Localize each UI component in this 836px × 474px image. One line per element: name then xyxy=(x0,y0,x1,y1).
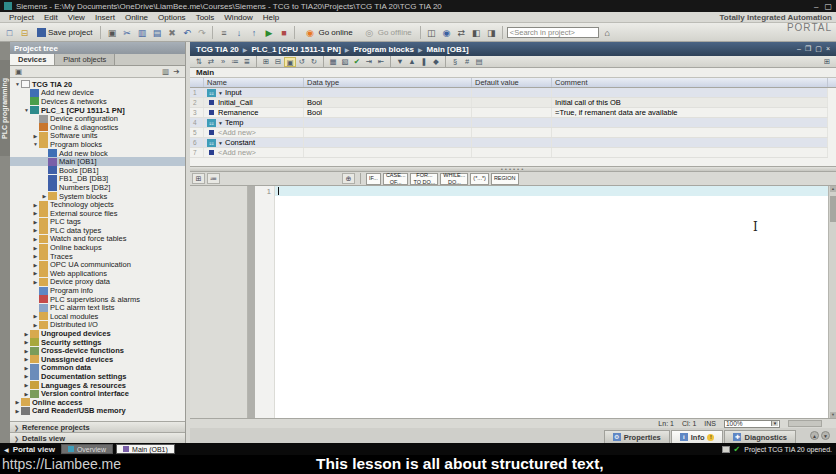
menu-tools[interactable]: Tools xyxy=(191,13,220,22)
expand-inspector-icon[interactable]: ▲ xyxy=(810,431,819,440)
cell-data-type[interactable]: Bool xyxy=(304,108,472,117)
collapse-interface-icon[interactable]: ⊕ xyxy=(342,173,355,184)
expander-open-icon[interactable]: ▼ xyxy=(218,140,225,146)
keep-actual-values-icon[interactable]: » xyxy=(217,57,229,67)
tree-item-program-info[interactable]: Program info xyxy=(10,286,185,295)
copy-snapshot-icon[interactable]: ≣ xyxy=(241,57,253,67)
menu-insert[interactable]: Insert xyxy=(90,13,120,22)
scl-code-area[interactable]: 1 I ▲ ▼ xyxy=(190,186,836,418)
cell-name[interactable]: Initial_Call xyxy=(204,98,304,107)
vertical-scrollbar[interactable]: ▲ ▼ xyxy=(828,186,836,418)
scroll-up-icon[interactable]: ▲ xyxy=(830,186,836,192)
expander-closed-icon[interactable]: ▶ xyxy=(23,382,30,388)
expander-open-icon[interactable]: ▼ xyxy=(14,81,21,87)
search-input[interactable]: <Search in project> xyxy=(507,27,599,38)
tab-properties[interactable]: ⚙Properties xyxy=(604,430,670,443)
cell-default-value[interactable] xyxy=(472,148,552,157)
float-icon[interactable]: ❐ xyxy=(805,45,811,53)
expander-closed-icon[interactable]: ▶ xyxy=(32,202,39,208)
minimize-icon[interactable]: – xyxy=(814,2,818,11)
go-to-next-icon[interactable]: ⇤ xyxy=(375,57,387,67)
expander-open-icon[interactable]: ▼ xyxy=(218,120,225,126)
cell-data-type[interactable]: Bool xyxy=(304,98,472,107)
undo-edit-icon[interactable]: ↻ xyxy=(308,57,320,67)
cell-comment[interactable] xyxy=(552,148,828,157)
column-name[interactable]: Name xyxy=(204,78,304,87)
tree-item-software-units[interactable]: ▶Software units xyxy=(10,132,185,141)
cell-data-type[interactable] xyxy=(304,88,472,97)
tree-item-main-ob1-[interactable]: Main [OB1] xyxy=(10,157,185,166)
interface-row-initial-call[interactable]: 2Initial_CallBoolInitial call of this OB xyxy=(190,98,828,108)
print-icon[interactable]: ▣ xyxy=(105,26,118,39)
code-body[interactable]: I xyxy=(275,186,836,418)
portal-view-button[interactable]: ◀ Portal view xyxy=(4,445,55,454)
copy-icon[interactable]: ▥ xyxy=(135,26,148,39)
tree-item-plc-alarm-text-lists[interactable]: PLC alarm text lists xyxy=(10,303,185,312)
paste-icon[interactable]: ▤ xyxy=(150,26,163,39)
cell-default-value[interactable] xyxy=(472,118,552,127)
expander-open-icon[interactable]: ▼ xyxy=(218,90,225,96)
cell-default-value[interactable] xyxy=(472,138,552,147)
zoom-select[interactable]: 100% ▼ xyxy=(724,420,780,428)
horizontal-scrollbar[interactable] xyxy=(788,420,822,427)
menu-options[interactable]: Options xyxy=(153,13,191,22)
tree-item-online-access[interactable]: ▶Online access xyxy=(10,398,185,407)
details-view-panel[interactable]: ❯ Details view xyxy=(10,432,185,443)
cell-data-type[interactable] xyxy=(304,138,472,147)
scroll-down-icon[interactable]: ▼ xyxy=(830,412,836,418)
split-editor-horizontal-icon[interactable]: ◨ xyxy=(485,26,498,39)
menu-edit[interactable]: Edit xyxy=(39,13,63,22)
maximize-icon[interactable]: ▢ xyxy=(824,2,832,11)
favorites-icon[interactable]: ↺ xyxy=(296,57,308,67)
tab-info[interactable]: iInfo! xyxy=(671,430,724,443)
collapse-inspector-icon[interactable]: ▼ xyxy=(821,431,830,440)
expander-closed-icon[interactable]: ▶ xyxy=(23,373,30,379)
absolute-operands-icon[interactable]: ▣ xyxy=(284,57,296,67)
cross-reference-icon[interactable]: ⇄ xyxy=(455,26,468,39)
taskbar-tab-overview[interactable]: Overview xyxy=(61,444,113,454)
breadcrumb-item[interactable]: Main [OB1] xyxy=(427,45,469,54)
absolute-symbolic-toggle-icon[interactable]: ⊞ xyxy=(192,173,205,184)
breadcrumb-item[interactable]: TCG TIA 20 xyxy=(196,45,239,54)
collapse-all-icon[interactable]: ⊟ xyxy=(272,57,284,67)
tree-item-opc-ua-communication[interactable]: ▶OPC UA communication xyxy=(10,260,185,269)
tree-item-plc-tags[interactable]: ▶PLC tags xyxy=(10,218,185,227)
expander-closed-icon[interactable]: ▶ xyxy=(32,262,39,268)
tree-item-ungrouped-devices[interactable]: ▶Ungrouped devices xyxy=(10,329,185,338)
cell-comment[interactable] xyxy=(552,88,828,97)
expander-closed-icon[interactable]: ▶ xyxy=(23,356,30,362)
snippet--button[interactable]: (*...*) xyxy=(470,173,489,185)
expander-closed-icon[interactable]: ▶ xyxy=(32,219,39,225)
tree-item-watch-and-force-tables[interactable]: ▶Watch and force tables xyxy=(10,235,185,244)
menu-online[interactable]: Online xyxy=(120,13,153,22)
scrollbar-thumb[interactable] xyxy=(830,196,836,222)
breadcrumb-item[interactable]: Program blocks xyxy=(353,45,413,54)
tree-item-devices-networks[interactable]: Devices & networks xyxy=(10,97,185,106)
tree-item-plc-1-cpu-1511-1-pn-[interactable]: ▼PLC_1 [CPU 1511-1 PN] xyxy=(10,106,185,115)
cell-name[interactable]: <Add new> xyxy=(204,128,304,137)
download-to-device-icon[interactable]: ↓ xyxy=(232,26,245,39)
tree-item-web-applications[interactable]: ▶Web applications xyxy=(10,269,185,278)
upload-from-device-icon[interactable]: ↑ xyxy=(247,26,260,39)
tree-item-distributed-i-o[interactable]: ▶Distributed I/O xyxy=(10,321,185,330)
redo-icon[interactable]: ↷ xyxy=(195,26,208,39)
list-view-icon[interactable]: ≔ xyxy=(207,173,220,184)
start-cpu-icon[interactable]: ▶ xyxy=(262,26,275,39)
expander-closed-icon[interactable]: ▶ xyxy=(23,348,30,354)
expander-closed-icon[interactable]: ▶ xyxy=(32,253,39,259)
tab-plant-objects[interactable]: Plant objects xyxy=(55,54,115,65)
tree-item-numbers-db2-[interactable]: Numbers [DB2] xyxy=(10,183,185,192)
stop-cpu-icon[interactable]: ■ xyxy=(277,26,290,39)
snippet-region-button[interactable]: REGION xyxy=(491,173,519,185)
cell-data-type[interactable] xyxy=(304,128,472,137)
tree-item-online-diagnostics[interactable]: Online & diagnostics xyxy=(10,123,185,132)
tree-item-security-settings[interactable]: ▶Security settings xyxy=(10,338,185,347)
expander-closed-icon[interactable]: ▶ xyxy=(14,408,21,414)
cell-name[interactable]: <Add new> xyxy=(204,148,304,157)
expander-closed-icon[interactable]: ▶ xyxy=(41,193,48,199)
expander-closed-icon[interactable]: ▶ xyxy=(32,322,39,328)
cut-icon[interactable]: ✂ xyxy=(120,26,133,39)
column-view-icon[interactable]: ▥ xyxy=(160,67,171,77)
expander-closed-icon[interactable]: ▶ xyxy=(14,399,21,405)
expander-closed-icon[interactable]: ▶ xyxy=(32,313,39,319)
